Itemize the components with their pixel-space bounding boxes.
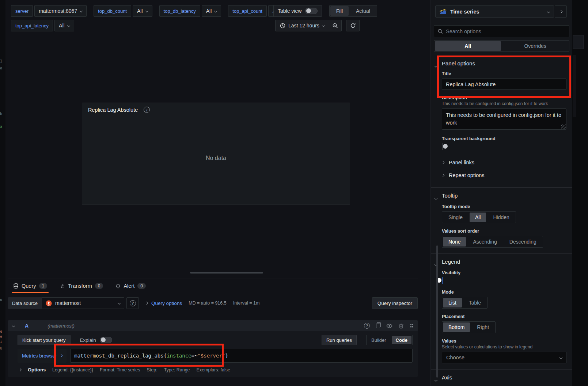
panel-description-textarea[interactable]: This needs to be configured in config.js… xyxy=(442,108,566,130)
tab-alert[interactable]: Alert 0 xyxy=(115,279,146,293)
kick-start-query-button[interactable]: Kick start your query xyxy=(18,335,71,345)
query-ref-header[interactable]: A (mattermost) ? xyxy=(8,320,418,331)
legend-mode-list[interactable]: List xyxy=(443,298,462,307)
screen-edge-artifact xyxy=(573,35,584,49)
variable-label: top_db_latency xyxy=(159,5,200,17)
panel-title-input[interactable] xyxy=(442,79,566,90)
panel-options-sidebar: Time series All Overrides Panel options … xyxy=(430,0,572,386)
brace-open: { xyxy=(164,353,167,359)
tab-all-options[interactable]: All xyxy=(435,41,501,51)
variable-value[interactable]: All xyxy=(202,5,221,17)
variable-server: server mattermost:8067 xyxy=(11,5,87,17)
axis-header[interactable]: Axis xyxy=(442,374,566,381)
tab-transform[interactable]: Transform 0 xyxy=(60,279,103,293)
editor-tabs: Query 1 Transform 0 Alert 0 xyxy=(8,279,418,293)
toggle-knob xyxy=(101,337,106,342)
options-label[interactable]: Options xyxy=(28,367,46,372)
fill-option[interactable]: Fill xyxy=(330,6,349,16)
chevron-down-icon xyxy=(12,324,15,327)
collapse-section-control[interactable] xyxy=(435,62,437,69)
zoom-out-icon xyxy=(332,23,338,28)
panel-links-label: Panel links xyxy=(449,160,474,165)
legend-visibility-toggle[interactable] xyxy=(442,277,443,284)
query-editor-section: Query 1 Transform 0 Alert 0 Data source xyxy=(8,279,418,386)
sidebar-scrollbar[interactable] xyxy=(436,245,438,378)
repeat-options-collapsible[interactable]: Repeat options xyxy=(442,169,566,181)
collapse-section-control[interactable] xyxy=(435,194,437,201)
tooltip-mode-all[interactable]: All xyxy=(470,213,486,222)
section-panel-options: Panel options Title Description This nee… xyxy=(431,56,572,187)
help-icon: ? xyxy=(130,300,136,306)
placement-right[interactable]: Right xyxy=(471,322,494,332)
chevron-right-icon xyxy=(441,174,444,177)
duplicate-query-button[interactable] xyxy=(376,324,380,328)
description-hint: This needs to be configured in config.js… xyxy=(442,101,566,106)
legend-values-select[interactable]: Choose xyxy=(442,352,566,363)
query-options-toggle[interactable]: Query options xyxy=(145,301,182,306)
variable-label-server: server xyxy=(11,5,33,17)
legend-header[interactable]: Legend xyxy=(442,259,566,265)
tab-overrides[interactable]: Overrides xyxy=(502,41,569,51)
panel-header[interactable]: Replica Lag Absolute i xyxy=(82,103,350,116)
explain-toggle[interactable] xyxy=(100,337,112,343)
panel-resize-handle[interactable] xyxy=(190,272,263,274)
legend-mode-table[interactable]: Table xyxy=(463,298,486,307)
query-ref-id: A xyxy=(25,323,29,329)
zoom-out-time-button[interactable] xyxy=(329,20,341,31)
description-textarea-wrap: This needs to be configured in config.js… xyxy=(442,108,566,131)
builder-option[interactable]: Builder xyxy=(367,336,390,344)
transparent-bg-toggle[interactable] xyxy=(442,143,443,150)
screen-edge-artifact xyxy=(573,55,576,117)
sort-ascending[interactable]: Ascending xyxy=(467,237,502,246)
code-option[interactable]: Code xyxy=(392,336,412,344)
query-inspector-button[interactable]: Query inspector xyxy=(372,297,418,309)
variable-label: top_api_latency xyxy=(11,20,53,31)
variable-value[interactable]: All xyxy=(133,5,152,17)
tooltip-mode-hidden[interactable]: Hidden xyxy=(488,213,515,222)
grip-icon xyxy=(410,323,413,328)
tooltip-mode-single[interactable]: Single xyxy=(443,213,468,222)
select-placeholder: Choose xyxy=(446,355,464,360)
toggle-visibility-button[interactable] xyxy=(386,323,392,329)
variable-value[interactable]: All xyxy=(54,20,74,31)
chevron-down-icon xyxy=(322,24,325,27)
trash-icon xyxy=(399,323,404,329)
visualization-name: Time series xyxy=(450,9,479,15)
tooltip-header[interactable]: Tooltip xyxy=(442,192,566,199)
section-title: Legend xyxy=(442,259,460,265)
sort-descending[interactable]: Descending xyxy=(504,237,542,246)
variable-value-text: mattermost:8067 xyxy=(39,8,77,14)
run-queries-button[interactable]: Run queries xyxy=(322,335,357,345)
chevron-down-icon xyxy=(435,379,437,382)
search-options-input[interactable] xyxy=(446,28,566,34)
promql-expression-input[interactable]: mattermost_db_replica_lag_abs{instance=~… xyxy=(70,349,413,363)
drag-handle[interactable] xyxy=(410,323,413,328)
query-help-button[interactable]: ? xyxy=(364,323,370,329)
explain-label: Explain xyxy=(80,337,96,343)
sort-none[interactable]: None xyxy=(443,237,466,246)
datasource-picker[interactable]: mattermost xyxy=(42,297,124,309)
time-range-label: Last 12 hours xyxy=(288,23,319,28)
actual-option[interactable]: Actual xyxy=(350,6,376,16)
resize-grip-icon[interactable] xyxy=(561,125,566,129)
info-icon: i xyxy=(144,107,150,113)
refresh-button[interactable] xyxy=(346,20,360,31)
prometheus-icon xyxy=(46,300,52,306)
panel-options-header[interactable]: Panel options xyxy=(442,60,566,66)
visualization-picker[interactable]: Time series xyxy=(435,5,554,18)
panel-links-collapsible[interactable]: Panel links xyxy=(442,156,566,169)
collapse-options-pane-button[interactable] xyxy=(555,5,567,18)
variable-value-server[interactable]: mattermost:8067 xyxy=(34,5,87,17)
time-series-viz-icon xyxy=(440,9,447,14)
time-range-picker[interactable]: Last 12 hours xyxy=(276,20,329,31)
table-view-toggle[interactable] xyxy=(305,8,318,14)
delete-query-button[interactable] xyxy=(399,323,404,329)
metrics-browser-button[interactable]: Metrics browser xyxy=(18,349,67,363)
placement-bottom[interactable]: Bottom xyxy=(443,322,470,332)
edge-glyph: a xyxy=(0,125,2,129)
datasource-help-button[interactable]: ? xyxy=(126,297,139,309)
tab-query[interactable]: Query 1 xyxy=(13,279,47,293)
tooltip-mode-label: Tooltip mode xyxy=(442,204,566,209)
chevron-down-icon xyxy=(559,356,562,359)
datasource-name: mattermost xyxy=(55,300,81,306)
